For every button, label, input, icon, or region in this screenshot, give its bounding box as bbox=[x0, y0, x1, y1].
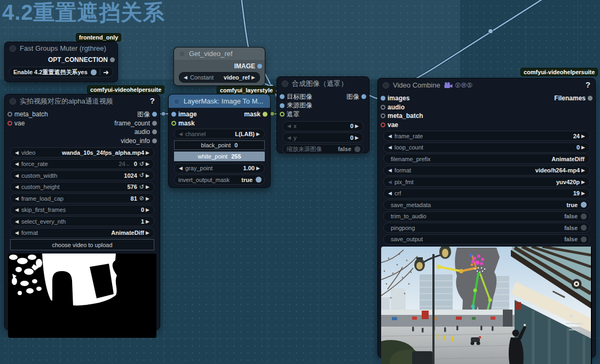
increment-arrow-icon[interactable]: ▶ bbox=[580, 145, 587, 150]
decrement-arrow-icon[interactable]: ◀ bbox=[386, 145, 393, 150]
jump-to-group-arrow-icon[interactable]: ➜ bbox=[103, 68, 109, 76]
node-graph-canvas[interactable]: 4.2重置遮挡关系 fronte bbox=[0, 0, 600, 364]
output-slot[interactable]: video_info bbox=[5, 137, 160, 146]
loop-count-number-widget[interactable]: ◀ loop_count 0 ▶ bbox=[383, 143, 590, 153]
decrement-arrow-icon[interactable]: ◀ bbox=[177, 131, 184, 137]
white-point-slider-widget[interactable]: white_point 255 bbox=[174, 152, 265, 161]
decrement-arrow-icon[interactable]: ◀ bbox=[177, 165, 184, 171]
decrement-arrow-icon[interactable]: ◀ bbox=[286, 135, 293, 140]
collapse-dot-icon[interactable] bbox=[10, 98, 16, 105]
input-slot-dot[interactable] bbox=[381, 105, 385, 109]
video-preview[interactable] bbox=[381, 247, 592, 364]
invert-output-mask-toggle-widget[interactable]: invert_output_mask true bbox=[174, 175, 265, 185]
increment-arrow-icon[interactable]: ▶ bbox=[144, 173, 151, 178]
output-slot[interactable]: IMAGE bbox=[174, 62, 265, 71]
video-combo-widget[interactable]: ◀ video wanda_10s_24fps_alpha.mp4 ▶ bbox=[10, 147, 154, 157]
increment-arrow-icon[interactable]: ▶ bbox=[144, 196, 151, 201]
toggle-on-icon[interactable] bbox=[581, 202, 587, 208]
output-slot[interactable]: 图像 bbox=[5, 110, 160, 119]
output-slot-dot[interactable] bbox=[588, 96, 593, 101]
scale-source-toggle-widget[interactable]: 缩放来源图像 false bbox=[282, 144, 364, 154]
collapse-dot-icon[interactable] bbox=[10, 45, 16, 52]
pix-fmt-combo-widget[interactable]: ◀ pix_fmt yuv420p ▶ bbox=[383, 177, 590, 187]
decrement-arrow-icon[interactable]: ◀ bbox=[13, 196, 20, 201]
output-slot-dot[interactable] bbox=[152, 112, 157, 117]
save-metadata-toggle-widget[interactable]: save_metadata true bbox=[383, 200, 590, 210]
node-title-bar[interactable]: 合成图像（遮罩） bbox=[277, 77, 369, 90]
save-output-toggle-widget[interactable]: save_output false bbox=[383, 234, 590, 244]
input-slot[interactable]: meta_batch bbox=[378, 112, 595, 121]
decrement-arrow-icon[interactable]: ◀ bbox=[386, 179, 393, 185]
collapse-dot-icon[interactable] bbox=[173, 98, 180, 105]
select-every-nth-number-widget[interactable]: ◀ select_every_nth 1 ▶ bbox=[10, 216, 154, 226]
node-get-video-ref[interactable]: Get_video_ref IMAGE ◀ Constant video_ref… bbox=[173, 47, 265, 86]
output-slot[interactable]: audio bbox=[5, 128, 160, 137]
input-slot[interactable]: 来源图像 bbox=[277, 101, 369, 110]
node-help-button[interactable]: ? bbox=[150, 96, 155, 105]
frame-rate-number-widget[interactable]: ◀ frame_rate 24 ▶ bbox=[383, 131, 590, 141]
toggle-on-icon[interactable] bbox=[91, 69, 97, 75]
input-slot-dot[interactable] bbox=[381, 114, 385, 118]
node-video-combine[interactable]: Video Combine ⓋⒽⓈ ? images audio bbox=[377, 78, 596, 358]
node-load-video-alpha[interactable]: 实拍视频对应的alpha通道视频 ? meta_batch vae 图像 bbox=[4, 94, 160, 330]
reset-icon[interactable]: ↺ bbox=[139, 161, 144, 168]
node-title-bar[interactable]: Get_video_ref bbox=[174, 48, 265, 60]
output-slot-dot[interactable] bbox=[110, 58, 115, 62]
input-slot[interactable]: vae bbox=[378, 121, 595, 130]
increment-arrow-icon[interactable]: ▶ bbox=[580, 168, 587, 173]
node-fast-groups-muter[interactable]: Fast Groups Muter (rgthree) OPT_CONNECTI… bbox=[4, 42, 118, 82]
increment-arrow-icon[interactable]: ▶ bbox=[144, 161, 151, 167]
node-title-bar[interactable]: 实拍视频对应的alpha通道视频 ? bbox=[5, 94, 160, 108]
increment-arrow-icon[interactable]: ▶ bbox=[580, 179, 587, 185]
toggle-off-icon[interactable] bbox=[581, 236, 587, 242]
input-slot[interactable]: 遮罩 bbox=[277, 110, 369, 119]
input-slot[interactable]: mask bbox=[169, 119, 270, 128]
node-title-bar[interactable]: Video Combine ⓋⒽⓈ ? bbox=[378, 78, 595, 92]
collapse-dot-icon[interactable] bbox=[383, 82, 389, 89]
output-slot-dot[interactable] bbox=[263, 112, 267, 117]
output-slot[interactable]: OPT_CONNECTION bbox=[5, 56, 117, 65]
increment-arrow-icon[interactable]: ▶ bbox=[353, 135, 360, 140]
output-slot-dot[interactable] bbox=[257, 64, 262, 69]
output-slot[interactable]: 图像 bbox=[277, 92, 369, 101]
increment-arrow-icon[interactable]: ▶ bbox=[144, 184, 151, 189]
node-composite-image-mask[interactable]: 合成图像（遮罩） 目标图像 来源图像 遮罩 图像 bbox=[277, 76, 369, 153]
input-slot-dot[interactable] bbox=[280, 103, 285, 108]
increment-arrow-icon[interactable]: ▶ bbox=[580, 133, 587, 139]
decrement-arrow-icon[interactable]: ◀ bbox=[13, 150, 20, 155]
input-slot-dot[interactable] bbox=[381, 122, 385, 127]
channel-combo-widget[interactable]: ◀ channel L(LAB) ▶ bbox=[174, 129, 265, 139]
decrement-arrow-icon[interactable]: ◀ bbox=[13, 219, 20, 224]
node-title-bar[interactable]: Fast Groups Muter (rgthree) bbox=[5, 42, 117, 54]
output-slot-dot[interactable] bbox=[152, 138, 157, 143]
decrement-arrow-icon[interactable]: ◀ bbox=[182, 75, 189, 80]
format-combo-widget[interactable]: ◀ format video/h264-mp4 ▶ bbox=[383, 165, 590, 176]
toggle-off-icon[interactable] bbox=[581, 213, 587, 219]
input-slot-dot[interactable] bbox=[171, 121, 176, 125]
x-number-widget[interactable]: ◀ x 0 ▶ bbox=[282, 121, 364, 131]
gray-point-number-widget[interactable]: ◀ gray_point 1.00 ▶ bbox=[174, 163, 265, 173]
custom-height-number-widget[interactable]: ◀ custom_height 576 ↺ ▶ bbox=[10, 182, 154, 192]
reset-icon[interactable]: ↺ bbox=[139, 172, 144, 179]
output-slot-dot[interactable] bbox=[361, 94, 366, 99]
output-slot-dot[interactable] bbox=[152, 121, 157, 125]
increment-arrow-icon[interactable]: ▶ bbox=[144, 230, 151, 235]
trim-to-audio-toggle-widget[interactable]: trim_to_audio false bbox=[383, 211, 590, 221]
node-help-button[interactable]: ? bbox=[586, 80, 590, 89]
output-slot[interactable]: mask bbox=[169, 110, 270, 119]
toggle-off-icon[interactable] bbox=[354, 146, 360, 152]
increment-arrow-icon[interactable]: ▶ bbox=[255, 131, 262, 137]
disabled-icon[interactable]: ⊘ bbox=[139, 195, 144, 202]
input-slot[interactable]: audio bbox=[378, 103, 595, 112]
crf-number-widget[interactable]: ◀ crf 19 ▶ bbox=[383, 188, 590, 199]
format-combo-widget[interactable]: ◀ format AnimateDiff ▶ bbox=[10, 228, 154, 238]
y-number-widget[interactable]: ◀ y 0 ▶ bbox=[282, 132, 364, 143]
increment-arrow-icon[interactable]: ▶ bbox=[353, 123, 360, 129]
decrement-arrow-icon[interactable]: ◀ bbox=[13, 207, 20, 212]
input-slot-dot[interactable] bbox=[280, 112, 285, 117]
decrement-arrow-icon[interactable]: ◀ bbox=[13, 173, 20, 178]
force-rate-number-widget[interactable]: ◀ force_rate 24← 0 ↺ ▶ bbox=[10, 159, 154, 169]
decrement-arrow-icon[interactable]: ◀ bbox=[13, 184, 20, 189]
node-title-bar[interactable]: LayerMask: Image To M... bbox=[169, 94, 270, 108]
filename-prefix-text-widget[interactable]: filename_prefix AnimateDiff bbox=[383, 154, 590, 164]
